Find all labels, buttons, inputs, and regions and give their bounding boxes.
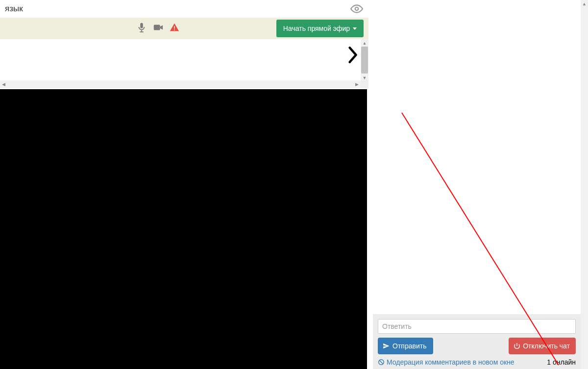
chat-footer-line: Модерация комментариев в новом окне 1 он… (378, 357, 576, 366)
visibility-eye-icon[interactable] (350, 2, 364, 16)
disable-chat-button[interactable]: Отключить чат (509, 338, 576, 354)
scrollbar-corner (361, 80, 368, 88)
start-live-label: Начать прямой эфир (283, 25, 350, 32)
page-scroll-up-icon[interactable]: ▲ (581, 0, 588, 7)
svg-rect-5 (174, 29, 175, 30)
send-button-label: Отправить (392, 342, 426, 350)
camera-icon[interactable] (153, 22, 164, 35)
send-button[interactable]: Отправить (378, 338, 433, 354)
chat-panel: Отправить Отключить чат Модерация коммен… (373, 0, 581, 369)
disable-chat-label: Отключить чат (523, 342, 570, 350)
page-scrollbar[interactable]: ▲ (581, 0, 588, 369)
live-toolbar: Начать прямой эфир (0, 18, 368, 39)
scroll-left-arrow-icon[interactable]: ◀ (0, 80, 7, 88)
chevron-right-icon[interactable] (348, 46, 359, 64)
chat-input[interactable] (378, 319, 576, 334)
svg-rect-3 (154, 25, 160, 30)
ban-icon (378, 359, 385, 366)
scroll-right-arrow-icon[interactable]: ▶ (353, 80, 361, 88)
scroll-thumb[interactable] (361, 47, 368, 74)
online-count: 1 онлайн (547, 358, 576, 366)
moderation-link-text: Модерация комментариев в новом окне (387, 358, 514, 366)
microphone-icon[interactable] (136, 22, 147, 35)
caret-down-icon (353, 27, 357, 30)
horizontal-scrollbar[interactable]: ◀ ▶ (0, 80, 368, 88)
header-row: язык (0, 0, 368, 18)
video-preview (0, 89, 367, 369)
carousel-area: ▲ ▼ ◀ ▶ (0, 39, 368, 88)
start-live-button[interactable]: Начать прямой эфир (276, 20, 364, 37)
scroll-up-arrow-icon[interactable]: ▲ (361, 39, 368, 47)
chat-footer: Отправить Отключить чат Модерация коммен… (373, 314, 581, 369)
svg-rect-1 (141, 30, 142, 32)
power-icon (514, 343, 520, 349)
svg-point-0 (355, 7, 359, 11)
svg-rect-4 (174, 26, 175, 29)
vertical-scrollbar[interactable]: ▲ ▼ (361, 39, 368, 81)
moderation-link[interactable]: Модерация комментариев в новом окне (378, 358, 514, 366)
chat-button-row: Отправить Отключить чат (378, 338, 576, 354)
chat-messages (373, 0, 581, 314)
paper-plane-icon (383, 343, 390, 349)
warning-icon[interactable] (170, 23, 179, 34)
main-area: язык (0, 0, 368, 369)
toolbar-icons (44, 22, 271, 35)
svg-rect-2 (140, 31, 143, 32)
stream-title: язык (5, 4, 350, 14)
